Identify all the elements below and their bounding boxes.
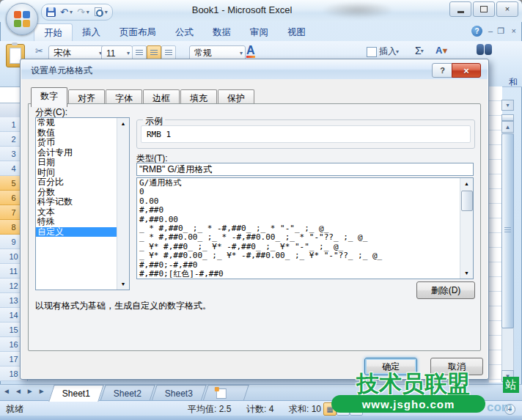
category-item[interactable]: 文本	[36, 207, 117, 218]
delete-button[interactable]: 删除(D)	[416, 281, 475, 299]
format-cells-dialog: 设置单元格格式 ? × 数字对齐字体边框填充保护 分类(C): 常规数值货币会计…	[20, 59, 489, 380]
format-type-item[interactable]: 0	[137, 188, 460, 196]
worksheet-cells-fragment	[488, 86, 502, 383]
ribbon-tab-审阅[interactable]: 审阅	[240, 23, 278, 41]
status-average: 平均值: 2.5	[188, 403, 231, 416]
category-item[interactable]: 货币	[36, 138, 117, 148]
dialog-help-button[interactable]: ?	[432, 63, 453, 78]
align-top-icon	[136, 50, 143, 56]
insert-cells-icon	[367, 47, 377, 57]
category-item[interactable]: 自定义	[36, 227, 117, 237]
category-item[interactable]: 日期	[36, 158, 117, 168]
sheet-tab-label: Sheet3	[165, 388, 193, 399]
sheet-tab-Sheet3[interactable]: Sheet3	[151, 385, 207, 402]
office-button[interactable]	[6, 3, 38, 35]
save-icon[interactable]	[46, 7, 56, 17]
redo-icon[interactable]: ↷	[77, 7, 85, 17]
chevron-down-icon: ▾	[240, 50, 243, 56]
font-size-value: 11	[106, 48, 115, 59]
sort-filter-button[interactable]: A▼	[435, 43, 455, 59]
vertical-split-handle[interactable]	[501, 114, 514, 121]
workbook-close-icon[interactable]: ×	[512, 26, 516, 35]
category-scrollbar[interactable]: ▲ ▼	[117, 118, 129, 290]
scroll-up-icon[interactable]: ▲	[117, 118, 129, 129]
status-ready: 就绪	[6, 403, 23, 416]
restore-button[interactable]	[473, 1, 495, 17]
category-item[interactable]: 时间	[36, 168, 117, 178]
close-button[interactable]: ×	[496, 1, 518, 17]
workbook-minimize-icon[interactable]: –	[488, 26, 493, 35]
category-item[interactable]: 会计专用	[36, 148, 117, 158]
align-middle-icon	[150, 50, 158, 56]
ribbon-tab-公式[interactable]: 公式	[166, 23, 203, 41]
watermark-url: www.jsgho.com	[331, 395, 485, 413]
sheet-tab-label: Sheet2	[114, 388, 141, 399]
font-name-value: 宋体	[54, 47, 71, 59]
format-type-item[interactable]: #,##0;[红色]-#,##0	[137, 270, 460, 279]
format-type-item[interactable]: G/通用格式	[137, 179, 460, 188]
undo-dropdown-icon[interactable]: ▾	[70, 9, 73, 15]
dialog-tab-数字[interactable]: 数字	[31, 87, 67, 107]
scroll-down-icon[interactable]: ▼	[460, 268, 473, 279]
next-sheet-icon[interactable]: ►	[26, 387, 34, 395]
category-item[interactable]: 分数	[36, 188, 117, 198]
category-item[interactable]: 百分比	[36, 177, 117, 188]
workbook-restore-icon[interactable]: ❐	[497, 26, 504, 36]
category-item[interactable]: 特殊	[36, 217, 117, 227]
find-select-icon[interactable]	[475, 44, 494, 56]
customize-qat-icon[interactable]: ▾	[105, 9, 108, 15]
print-preview-icon[interactable]	[94, 7, 103, 17]
ribbon-tabs: 开始插入页面布局公式数据审阅视图	[34, 23, 315, 41]
minimize-icon	[457, 11, 464, 13]
scroll-up-icon[interactable]: ▲	[460, 178, 473, 189]
type-input[interactable]: "RMB" G/通用格式	[136, 163, 474, 176]
first-sheet-icon[interactable]: ◄	[3, 387, 10, 395]
category-item[interactable]: 数值	[36, 128, 117, 139]
format-type-item[interactable]: _ ¥* #,##0.00_ ;_ ¥* -#,##0.00_ ;_ ¥* "-…	[137, 251, 460, 260]
quick-access-toolbar: ↶ ▾ ↷ ▾ ▾	[41, 4, 113, 21]
column-header-fragment	[0, 103, 21, 119]
category-item[interactable]: 科学记数	[36, 197, 117, 207]
format-list-scrollbar[interactable]: ▲ ▼	[460, 178, 473, 279]
scrollbar-thumb[interactable]	[461, 191, 473, 211]
window-controls: ×	[449, 1, 518, 17]
sample-groupbox: 示例 RMB 1	[136, 119, 475, 149]
format-type-item[interactable]: _ * #,##0.00_ ;_ * -#,##0.00_ ;_ * "-"??…	[137, 233, 460, 242]
autosum-button[interactable]: Σ ▾	[415, 45, 424, 56]
cell-styles-icon[interactable]: A	[246, 44, 255, 58]
format-type-item[interactable]: 0.00	[137, 197, 460, 206]
dialog-titlebar[interactable]: 设置单元格格式 ? ×	[21, 60, 488, 79]
number-format-value: 常规	[194, 47, 212, 59]
insert-cells-button[interactable]: 插入 ▾	[367, 45, 399, 58]
cut-icon[interactable]: ✂	[35, 45, 45, 56]
scroll-down-icon[interactable]: ▼	[117, 279, 129, 290]
ribbon-tab-开始[interactable]: 开始	[34, 23, 73, 42]
undo-icon[interactable]: ↶	[60, 7, 68, 17]
ribbon-tab-插入[interactable]: 插入	[73, 23, 110, 41]
dialog-close-button[interactable]: ×	[452, 63, 481, 78]
help-icon[interactable]: ?	[471, 26, 482, 37]
minimize-button[interactable]	[449, 1, 471, 17]
ribbon-tab-数据[interactable]: 数据	[203, 23, 240, 41]
category-listbox[interactable]: 常规数值货币会计专用日期时间百分比分数科学记数文本特殊自定义 ▲ ▼	[35, 117, 130, 290]
ribbon-tab-页面布局[interactable]: 页面布局	[110, 23, 166, 41]
format-type-listbox[interactable]: G/通用格式00.00#,##0#,##0.00_ * #,##0_ ;_ * …	[136, 177, 474, 279]
name-box-fragment	[0, 86, 21, 104]
prev-sheet-icon[interactable]: ◄	[15, 387, 22, 395]
last-sheet-icon[interactable]: ►	[38, 387, 45, 395]
dialog-description: 以现有格式为基础，生成自定义的数字格式。	[35, 300, 211, 312]
sheet-tab-Sheet2[interactable]: Sheet2	[100, 385, 155, 402]
insert-sheet-tab[interactable]	[202, 385, 249, 402]
sheet-tab-Sheet1[interactable]: Sheet1	[48, 385, 104, 402]
status-sum: 求和: 10	[289, 403, 321, 416]
ribbon-tab-row: 开始插入页面布局公式数据审阅视图 ? – ❐ ×	[0, 22, 522, 41]
sheet-tabs: Sheet1Sheet2Sheet3	[51, 385, 248, 401]
scroll-up-icon[interactable]: ▲	[501, 121, 514, 133]
format-type-item[interactable]: #,##0	[137, 206, 460, 215]
align-bottom-icon	[165, 50, 172, 56]
category-item[interactable]: 常规	[36, 118, 117, 128]
scrollbar-grip-icon	[504, 227, 511, 233]
formula-bar-expand-button[interactable]: ▾	[501, 100, 514, 111]
ribbon-tab-视图[interactable]: 视图	[278, 23, 315, 41]
redo-dropdown-icon[interactable]: ▾	[87, 9, 89, 15]
